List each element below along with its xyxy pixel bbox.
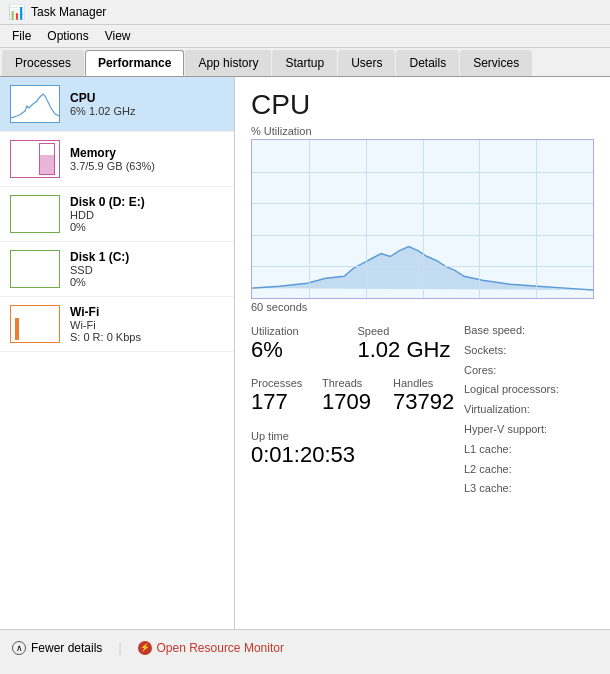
app-icon: 📊	[8, 4, 25, 20]
wifi-thumbnail	[10, 305, 60, 343]
stat-processes-label: Processes	[251, 377, 314, 389]
tab-services[interactable]: Services	[460, 50, 532, 76]
stat-uptime-value: 0:01:20:53	[251, 442, 456, 468]
footer-divider: |	[118, 641, 121, 655]
right-stat-2: Cores:	[464, 361, 594, 381]
fewer-details-label: Fewer details	[31, 641, 102, 655]
cpu-info: CPU 6% 1.02 GHz	[70, 91, 224, 117]
memory-thumbnail	[10, 140, 60, 178]
sidebar-item-wifi[interactable]: Wi-Fi Wi-Fi S: 0 R: 0 Kbps	[0, 297, 234, 352]
tab-users[interactable]: Users	[338, 50, 395, 76]
disk0-info: Disk 0 (D: E:) HDD 0%	[70, 195, 224, 233]
stat-speed: Speed 1.02 GHz	[358, 321, 457, 367]
stat-uptime: Up time 0:01:20:53	[251, 426, 456, 472]
grid-v1	[309, 140, 310, 298]
wifi-label: Wi-Fi	[70, 305, 224, 319]
disk1-pct: 0%	[70, 276, 224, 288]
disk0-type: HDD	[70, 209, 224, 221]
graph-label: % Utilization	[251, 125, 594, 137]
grid-v3	[423, 140, 424, 298]
menu-view[interactable]: View	[97, 27, 139, 45]
stats-area: Utilization 6% Speed 1.02 GHz Processes …	[251, 321, 594, 499]
disk0-label: Disk 0 (D: E:)	[70, 195, 224, 209]
stat-speed-value: 1.02 GHz	[358, 337, 457, 363]
chevron-up-icon: ∧	[12, 641, 26, 655]
cpu-thumbnail	[10, 85, 60, 123]
detail-title: CPU	[251, 89, 594, 121]
menu-file[interactable]: File	[4, 27, 39, 45]
right-stat-6: L1 cache:	[464, 440, 594, 460]
grid-v2	[366, 140, 367, 298]
stat-threads-label: Threads	[322, 377, 385, 389]
tab-details[interactable]: Details	[396, 50, 459, 76]
open-rm-label: Open Resource Monitor	[157, 641, 284, 655]
memory-usage: 3.7/5.9 GB (63%)	[70, 160, 224, 172]
time-label: 60 seconds	[251, 301, 594, 313]
stat-handles: Handles 73792	[393, 373, 456, 419]
stats-row1: Utilization 6% Speed 1.02 GHz	[251, 321, 456, 367]
sidebar-item-cpu[interactable]: CPU 6% 1.02 GHz	[0, 77, 234, 132]
fewer-details-button[interactable]: ∧ Fewer details	[12, 641, 102, 655]
cpu-graph	[251, 139, 594, 299]
stat-processes-value: 177	[251, 389, 314, 415]
cpu-label: CPU	[70, 91, 224, 105]
memory-label: Memory	[70, 146, 224, 160]
tab-app-history[interactable]: App history	[185, 50, 271, 76]
wifi-bar	[15, 318, 19, 340]
mem-bar	[39, 143, 55, 175]
right-stat-5: Hyper-V support:	[464, 420, 594, 440]
disk0-pct: 0%	[70, 221, 224, 233]
tab-startup[interactable]: Startup	[272, 50, 337, 76]
disk0-thumbnail	[10, 195, 60, 233]
main-content: CPU 6% 1.02 GHz Memory 3.7/5.9 GB (63%) …	[0, 77, 610, 629]
wifi-name: Wi-Fi	[70, 319, 224, 331]
stat-utilization-value: 6%	[251, 337, 350, 363]
right-stat-3: Logical processors:	[464, 380, 594, 400]
tab-performance[interactable]: Performance	[85, 50, 184, 76]
stat-utilization: Utilization 6%	[251, 321, 350, 367]
wifi-speed: S: 0 R: 0 Kbps	[70, 331, 224, 343]
wifi-info: Wi-Fi Wi-Fi S: 0 R: 0 Kbps	[70, 305, 224, 343]
cpu-usage: 6% 1.02 GHz	[70, 105, 224, 117]
disk1-label: Disk 1 (C:)	[70, 250, 224, 264]
resource-monitor-icon: ⚡	[138, 641, 152, 655]
tab-processes[interactable]: Processes	[2, 50, 84, 76]
stat-speed-label: Speed	[358, 325, 457, 337]
menu-bar: File Options View	[0, 25, 610, 48]
right-stat-0: Base speed:	[464, 321, 594, 341]
menu-options[interactable]: Options	[39, 27, 96, 45]
footer: ∧ Fewer details | ⚡ Open Resource Monito…	[0, 629, 610, 665]
detail-panel: CPU % Utilization 60 seconds	[235, 77, 610, 629]
right-stat-4: Virtualization:	[464, 400, 594, 420]
mem-fill	[40, 155, 54, 174]
title-bar: 📊 Task Manager	[0, 0, 610, 25]
stat-threads-value: 1709	[322, 389, 385, 415]
sidebar: CPU 6% 1.02 GHz Memory 3.7/5.9 GB (63%) …	[0, 77, 235, 629]
detail-right-stats: Base speed: Sockets: Cores: Logical proc…	[464, 321, 594, 499]
sidebar-item-disk0[interactable]: Disk 0 (D: E:) HDD 0%	[0, 187, 234, 242]
sidebar-item-disk1[interactable]: Disk 1 (C:) SSD 0%	[0, 242, 234, 297]
tab-bar: Processes Performance App history Startu…	[0, 48, 610, 77]
right-stat-1: Sockets:	[464, 341, 594, 361]
disk1-thumbnail	[10, 250, 60, 288]
stat-utilization-label: Utilization	[251, 325, 350, 337]
stats-left: Utilization 6% Speed 1.02 GHz Processes …	[251, 321, 456, 499]
disk1-info: Disk 1 (C:) SSD 0%	[70, 250, 224, 288]
stats-row2: Processes 177 Threads 1709 Handles 73792	[251, 373, 456, 419]
right-stat-8: L3 cache:	[464, 479, 594, 499]
stat-handles-value: 73792	[393, 389, 456, 415]
right-stat-7: L2 cache:	[464, 460, 594, 480]
stat-processes: Processes 177	[251, 373, 314, 419]
stat-threads: Threads 1709	[322, 373, 385, 419]
sidebar-item-memory[interactable]: Memory 3.7/5.9 GB (63%)	[0, 132, 234, 187]
disk1-type: SSD	[70, 264, 224, 276]
stat-handles-label: Handles	[393, 377, 456, 389]
stat-uptime-label: Up time	[251, 430, 456, 442]
memory-info: Memory 3.7/5.9 GB (63%)	[70, 146, 224, 172]
open-resource-monitor-button[interactable]: ⚡ Open Resource Monitor	[138, 641, 284, 655]
grid-v5	[536, 140, 537, 298]
grid-v4	[479, 140, 480, 298]
app-title: Task Manager	[31, 5, 106, 19]
